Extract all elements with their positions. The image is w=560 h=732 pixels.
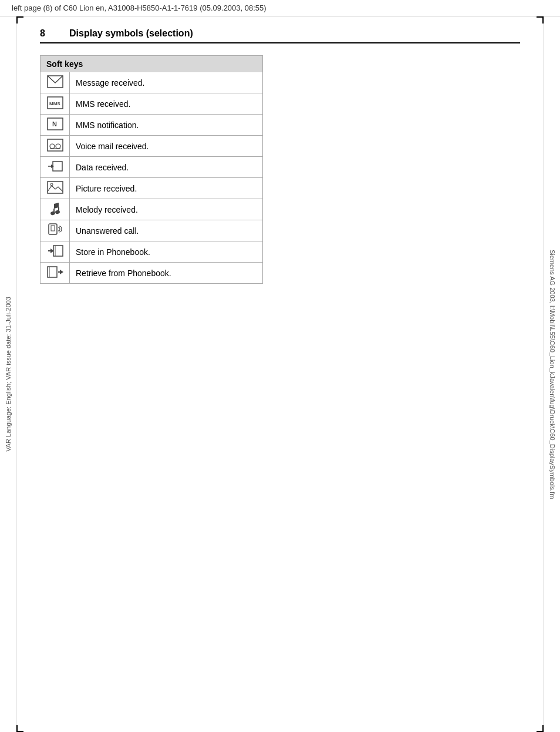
desc-cell-unanswered: Unanswered call. bbox=[70, 220, 263, 241]
svg-point-15 bbox=[50, 211, 55, 216]
symbol-cell-data bbox=[41, 157, 70, 178]
desc-cell-store-phonebook: Store in Phonebook. bbox=[70, 241, 263, 263]
right-sidebar-text: Siemens AG 2003, I:\Mobil\L55\C60_Lion_k… bbox=[549, 250, 556, 499]
section-title: Display symbols (selection) bbox=[69, 28, 193, 39]
store-phonebook-icon bbox=[47, 244, 63, 258]
left-sidebar: VAR Language: English; VAR issue date: 3… bbox=[0, 16, 16, 732]
picture-icon bbox=[47, 180, 63, 194]
desc-cell-mms: MMS received. bbox=[70, 93, 263, 115]
svg-text:MMS: MMS bbox=[49, 101, 60, 106]
symbol-cell-picture bbox=[41, 178, 70, 199]
mms-icon: MMS bbox=[47, 96, 63, 110]
table-row: Picture received. bbox=[41, 178, 263, 199]
table-row: Retrieve from Phonebook. bbox=[41, 263, 263, 284]
data-icon bbox=[47, 159, 63, 173]
soft-keys-header: Soft keys bbox=[40, 55, 263, 72]
desc-cell-retrieve-phonebook: Retrieve from Phonebook. bbox=[70, 263, 263, 284]
desc-cell-voicemail: Voice mail received. bbox=[70, 136, 263, 157]
right-sidebar: Siemens AG 2003, I:\Mobil\L55\C60_Lion_k… bbox=[544, 16, 560, 732]
svg-rect-11 bbox=[48, 182, 63, 193]
svg-rect-18 bbox=[51, 226, 55, 231]
section-number: 8 bbox=[40, 28, 58, 39]
symbol-cell-unanswered bbox=[41, 220, 70, 241]
page-header: left page (8) of C60 Lion en, A31008-H58… bbox=[0, 0, 560, 16]
symbol-cell-mms: MMS bbox=[41, 93, 70, 115]
mms-notify-icon: N bbox=[47, 117, 63, 131]
desc-cell-picture: Picture received. bbox=[70, 178, 263, 199]
table-row: Store in Phonebook. bbox=[41, 241, 263, 263]
svg-point-16 bbox=[55, 210, 60, 214]
symbol-table: Message received. MMS MMS received. bbox=[40, 72, 263, 284]
desc-cell-mms-notify: MMS notification. bbox=[70, 115, 263, 136]
table-row: MMS MMS received. bbox=[41, 93, 263, 115]
table-row: Voice mail received. bbox=[41, 136, 263, 157]
svg-rect-9 bbox=[53, 162, 62, 171]
symbol-cell-envelope bbox=[41, 72, 70, 93]
soft-keys-container: Soft keys Message received. bbox=[40, 55, 263, 284]
svg-text:N: N bbox=[52, 120, 57, 127]
table-row: Data received. bbox=[41, 157, 263, 178]
symbol-cell-voicemail bbox=[41, 136, 70, 157]
symbol-cell-retrieve-phonebook bbox=[41, 263, 70, 284]
envelope-icon bbox=[47, 75, 63, 89]
section-header: 8 Display symbols (selection) bbox=[40, 28, 520, 43]
voicemail-icon bbox=[47, 138, 63, 152]
desc-cell-data: Data received. bbox=[70, 157, 263, 178]
table-row: Melody received. bbox=[41, 199, 263, 220]
svg-rect-21 bbox=[53, 246, 63, 256]
table-row: Message received. bbox=[41, 72, 263, 93]
desc-cell-message: Message received. bbox=[70, 72, 263, 93]
unanswered-call-icon bbox=[47, 223, 63, 237]
left-sidebar-text: VAR Language: English; VAR issue date: 3… bbox=[5, 297, 12, 452]
retrieve-phonebook-icon bbox=[47, 265, 63, 279]
header-text: left page (8) of C60 Lion en, A31008-H58… bbox=[12, 4, 266, 12]
symbol-cell-store-phonebook bbox=[41, 241, 70, 263]
table-row: N MMS notification. bbox=[41, 115, 263, 136]
symbol-cell-mms-notify: N bbox=[41, 115, 70, 136]
melody-icon bbox=[47, 202, 63, 216]
desc-cell-melody: Melody received. bbox=[70, 199, 263, 220]
symbol-cell-melody bbox=[41, 199, 70, 220]
svg-rect-23 bbox=[48, 267, 57, 277]
table-row: Unanswered call. bbox=[41, 220, 263, 241]
svg-marker-26 bbox=[60, 270, 63, 274]
main-content: 8 Display symbols (selection) Soft keys … bbox=[16, 16, 544, 732]
